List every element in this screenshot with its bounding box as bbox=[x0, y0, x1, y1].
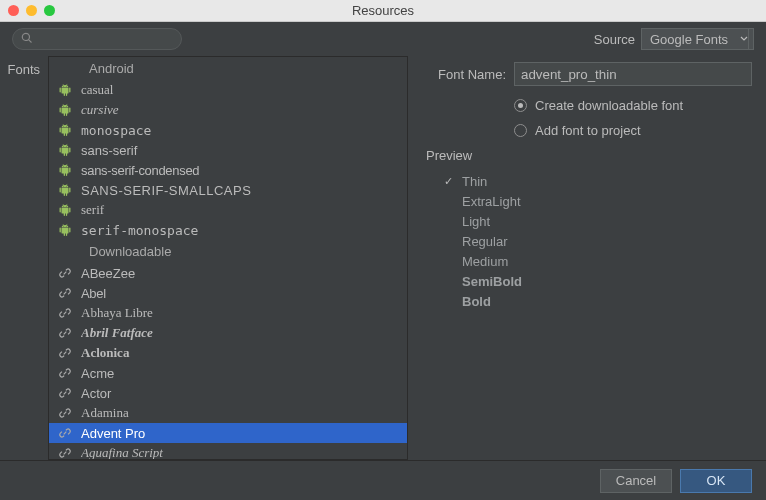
search-input[interactable] bbox=[37, 32, 187, 46]
font-row[interactable]: Adamina bbox=[49, 403, 407, 423]
preview-weight[interactable]: Medium bbox=[444, 251, 752, 271]
check-icon: ✓ bbox=[444, 175, 456, 188]
fonts-list-panel: Androidcasualcursivemonospacesans-serifs… bbox=[48, 56, 408, 460]
group-header: Downloadable bbox=[49, 240, 407, 263]
font-row[interactable]: cursive bbox=[49, 100, 407, 120]
preview-weight-label: SemiBold bbox=[462, 274, 522, 289]
preview-weight[interactable]: SemiBold bbox=[444, 271, 752, 291]
preview-weight[interactable]: Light bbox=[444, 211, 752, 231]
link-icon bbox=[57, 305, 73, 321]
link-icon bbox=[57, 385, 73, 401]
fonts-label: Fonts bbox=[0, 56, 48, 460]
font-row[interactable]: serif-monospace bbox=[49, 220, 407, 240]
preview-label: Preview bbox=[426, 148, 752, 163]
link-icon bbox=[57, 425, 73, 441]
radio-icon bbox=[514, 99, 527, 112]
font-row-label: Actor bbox=[81, 386, 407, 401]
group-header: Android bbox=[49, 57, 407, 80]
preview-weight-label: ExtraLight bbox=[462, 194, 521, 209]
font-row-label: Adamina bbox=[81, 405, 407, 421]
font-row-label: SANS-SERIF-SMALLCAPS bbox=[81, 183, 407, 198]
preview-weight-label: Regular bbox=[462, 234, 508, 249]
font-row[interactable]: sans-serif bbox=[49, 140, 407, 160]
font-row-label: casual bbox=[81, 82, 407, 98]
search-input-wrapper[interactable] bbox=[12, 28, 182, 50]
font-row-label: cursive bbox=[81, 102, 407, 118]
android-icon bbox=[57, 142, 73, 158]
font-row-label: serif-monospace bbox=[81, 223, 407, 238]
font-row[interactable]: Advent Pro bbox=[49, 423, 407, 443]
search-icon bbox=[21, 32, 33, 47]
preview-weight-label: Bold bbox=[462, 294, 491, 309]
font-row[interactable]: Aclonica bbox=[49, 343, 407, 363]
preview-weight[interactable]: ExtraLight bbox=[444, 191, 752, 211]
font-option[interactable]: Add font to project bbox=[514, 123, 752, 138]
titlebar: Resources bbox=[0, 0, 766, 22]
link-icon bbox=[57, 345, 73, 361]
chevron-down-icon bbox=[734, 29, 749, 49]
font-row-label: Aguafina Script bbox=[81, 445, 407, 459]
font-row[interactable]: serif bbox=[49, 200, 407, 220]
radio-icon bbox=[514, 124, 527, 137]
font-row[interactable]: Abel bbox=[49, 283, 407, 303]
font-row-label: monospace bbox=[81, 123, 407, 138]
font-row-label: Abel bbox=[81, 286, 407, 301]
details-panel: Font Name: Create downloadable fontAdd f… bbox=[408, 56, 766, 460]
font-name-label: Font Name: bbox=[426, 67, 506, 82]
fonts-list[interactable]: Androidcasualcursivemonospacesans-serifs… bbox=[49, 57, 407, 459]
preview-weight-label: Medium bbox=[462, 254, 508, 269]
link-icon bbox=[57, 405, 73, 421]
link-icon bbox=[57, 265, 73, 281]
font-row-label: sans-serif-condensed bbox=[81, 163, 407, 178]
font-row[interactable]: Actor bbox=[49, 383, 407, 403]
preview-list: ✓ThinExtraLightLightRegularMediumSemiBol… bbox=[444, 171, 752, 311]
android-icon bbox=[57, 222, 73, 238]
android-icon bbox=[57, 182, 73, 198]
link-icon bbox=[57, 285, 73, 301]
preview-weight[interactable]: Bold bbox=[444, 291, 752, 311]
preview-weight[interactable]: Regular bbox=[444, 231, 752, 251]
link-icon bbox=[57, 325, 73, 341]
android-icon bbox=[57, 162, 73, 178]
link-icon bbox=[57, 365, 73, 381]
font-row[interactable]: monospace bbox=[49, 120, 407, 140]
preview-weight-label: Light bbox=[462, 214, 490, 229]
cancel-button[interactable]: Cancel bbox=[600, 469, 672, 493]
ok-button[interactable]: OK bbox=[680, 469, 752, 493]
font-row-label: Advent Pro bbox=[81, 426, 407, 441]
source-dropdown[interactable]: Google Fonts bbox=[641, 28, 754, 50]
android-icon bbox=[57, 102, 73, 118]
link-icon bbox=[57, 445, 73, 459]
dialog-footer: Cancel OK bbox=[0, 460, 766, 500]
font-row-label: sans-serif bbox=[81, 143, 407, 158]
font-row-label: Acme bbox=[81, 366, 407, 381]
font-option[interactable]: Create downloadable font bbox=[514, 98, 752, 113]
android-icon bbox=[57, 82, 73, 98]
android-icon bbox=[57, 122, 73, 138]
font-row[interactable]: casual bbox=[49, 80, 407, 100]
font-row-label: Abril Fatface bbox=[81, 325, 407, 341]
font-row-label: Aclonica bbox=[81, 345, 407, 361]
font-row-label: Abhaya Libre bbox=[81, 305, 407, 321]
toolbar: Source Google Fonts bbox=[0, 22, 766, 56]
font-name-input[interactable] bbox=[514, 62, 752, 86]
font-row[interactable]: sans-serif-condensed bbox=[49, 160, 407, 180]
android-icon bbox=[57, 202, 73, 218]
font-row[interactable]: Abhaya Libre bbox=[49, 303, 407, 323]
radio-label: Create downloadable font bbox=[535, 98, 683, 113]
window-title: Resources bbox=[0, 3, 766, 18]
font-row[interactable]: SANS-SERIF-SMALLCAPS bbox=[49, 180, 407, 200]
source-value: Google Fonts bbox=[650, 32, 728, 47]
preview-weight[interactable]: ✓Thin bbox=[444, 171, 752, 191]
preview-weight-label: Thin bbox=[462, 174, 487, 189]
font-row[interactable]: ABeeZee bbox=[49, 263, 407, 283]
font-row-label: serif bbox=[81, 202, 407, 218]
font-row[interactable]: Acme bbox=[49, 363, 407, 383]
font-row[interactable]: Aguafina Script bbox=[49, 443, 407, 459]
radio-label: Add font to project bbox=[535, 123, 641, 138]
source-label: Source bbox=[594, 32, 635, 47]
font-row[interactable]: Abril Fatface bbox=[49, 323, 407, 343]
font-row-label: ABeeZee bbox=[81, 266, 407, 281]
